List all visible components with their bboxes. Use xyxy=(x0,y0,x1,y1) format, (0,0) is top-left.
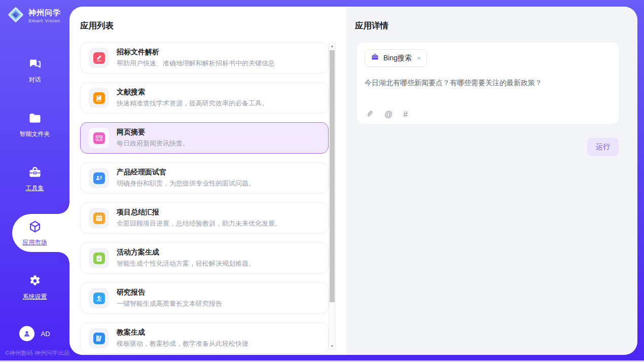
app-card[interactable]: 研究报告 一键智能生成高质量长文本研究报告 xyxy=(80,282,329,314)
scrollbar-thumb[interactable] xyxy=(330,50,335,302)
microscope-icon xyxy=(93,293,105,304)
window-icon xyxy=(93,132,105,144)
calendar-icon xyxy=(93,212,105,224)
app-card-description: 全面回顾项目进展，总结经验教训，助力未来优化发展。 xyxy=(117,219,281,228)
copyright-footer: ©神州数码·神州问学出品 xyxy=(5,349,69,357)
sidebar-item-chat[interactable]: 对话 xyxy=(0,43,69,97)
interview-icon xyxy=(93,172,105,184)
paperclip-icon[interactable] xyxy=(365,110,374,119)
mention-icon[interactable]: @ xyxy=(384,110,392,119)
app-logo: 神州问学 Smart Vision xyxy=(7,6,61,25)
sidebar-item-label: 系统设置 xyxy=(23,293,47,301)
app-card[interactable]: 网页摘要 每日政府新闻资讯快查。 xyxy=(80,122,329,154)
user-name: AD xyxy=(41,330,50,338)
app-card-title: 研究报告 xyxy=(117,288,222,297)
gear-icon xyxy=(28,274,42,288)
scroll-up-icon[interactable]: ▲ xyxy=(329,43,335,49)
avatar[interactable] xyxy=(19,326,34,341)
folder-icon xyxy=(28,111,42,125)
content-shell: 应用列表 招标文件解析 帮助用户快速、准确地理解和解析招标书中的关键信息 文献搜… xyxy=(69,7,637,355)
app-card-title: 产品经理面试官 xyxy=(117,168,255,177)
app-detail-panel: 应用详情 Bing搜索 × 今日湖北有哪些新闻要点？有哪些需要关注的最新政策？ … xyxy=(346,7,637,355)
tool-tag-label: Bing搜索 xyxy=(383,54,412,63)
sidebar-item-label: 对话 xyxy=(29,76,41,84)
book-icon xyxy=(93,92,105,104)
sidebar-nav: 对话 智能文件夹 工具集 应用市场 系统设置 xyxy=(0,43,69,314)
app-card[interactable]: 活动方案生成 智能生成个性化活动方案，轻松解决规划难题。 xyxy=(80,242,329,274)
user-row[interactable]: AD xyxy=(0,326,69,341)
app-card-title: 项目总结汇报 xyxy=(117,208,281,217)
app-list-scrollbar[interactable]: ▲ ▼ xyxy=(329,42,336,350)
clipboard-icon xyxy=(93,252,105,264)
composer-toolbar: @ # xyxy=(365,110,408,119)
app-card-description: 智能生成个性化活动方案，轻松解决规划难题。 xyxy=(117,259,255,268)
app-card-list: 招标文件解析 帮助用户快速、准确地理解和解析招标书中的关键信息 文献搜索 快速精… xyxy=(80,42,329,355)
prompt-card: Bing搜索 × 今日湖北有哪些新闻要点？有哪些需要关注的最新政策？ @ # xyxy=(356,42,620,125)
logo-diamond-icon xyxy=(7,6,24,25)
sidebar: 神州问学 Smart Vision 对话 智能文件夹 工具集 应用市场 系统设置… xyxy=(0,0,69,360)
cube-icon xyxy=(28,220,42,234)
app-card[interactable]: 教案生成 模板驱动，教案秒成，教学准备从此轻松快捷 xyxy=(80,322,329,354)
toolbox-icon xyxy=(28,165,42,179)
app-card-description: 一键智能生成高质量长文本研究报告 xyxy=(117,299,222,308)
app-card[interactable]: 项目总结汇报 全面回顾项目进展，总结经验教训，助力未来优化发展。 xyxy=(80,202,329,234)
run-button[interactable]: 运行 xyxy=(587,138,619,156)
chat-icon xyxy=(28,57,42,71)
sidebar-item-label: 智能文件夹 xyxy=(20,130,50,138)
app-card[interactable]: 产品经理面试官 明确身份和职责，为您提供专业性的面试问题。 xyxy=(80,162,329,194)
close-icon[interactable]: × xyxy=(417,54,421,62)
hash-icon[interactable]: # xyxy=(403,110,408,119)
app-card[interactable]: 文献搜索 快速精准查找学术资源，提高研究效率的必备工具。 xyxy=(80,82,329,114)
app-card-description: 模板驱动，教案秒成，教学准备从此轻松快捷 xyxy=(117,339,248,348)
app-list-title: 应用列表 xyxy=(80,20,114,31)
app-card-title: 教案生成 xyxy=(117,328,248,337)
briefcase-icon xyxy=(371,53,379,63)
sidebar-item-folder[interactable]: 智能文件夹 xyxy=(0,97,69,152)
query-input[interactable]: 今日湖北有哪些新闻要点？有哪些需要关注的最新政策？ xyxy=(365,78,611,88)
books-icon xyxy=(93,333,105,344)
app-card-title: 招标文件解析 xyxy=(117,48,275,57)
sidebar-item-label: 应用市场 xyxy=(23,238,47,247)
logo-title: 神州问学 xyxy=(28,8,61,18)
app-card-description: 快速精准查找学术资源，提高研究效率的必备工具。 xyxy=(117,99,268,108)
app-card-title: 活动方案生成 xyxy=(117,248,255,257)
sidebar-item-cube[interactable]: 应用市场 xyxy=(0,206,69,260)
sidebar-item-gear[interactable]: 系统设置 xyxy=(0,260,69,314)
app-card-title: 网页摘要 xyxy=(117,128,189,137)
app-list-panel: 应用列表 招标文件解析 帮助用户快速、准确地理解和解析招标书中的关键信息 文献搜… xyxy=(69,7,346,355)
pen-icon xyxy=(93,52,105,64)
app-card[interactable]: 招标文件解析 帮助用户快速、准确地理解和解析招标书中的关键信息 xyxy=(80,42,329,74)
scroll-down-icon[interactable]: ▼ xyxy=(329,343,335,349)
sidebar-item-toolbox[interactable]: 工具集 xyxy=(0,152,69,206)
app-card-description: 帮助用户快速、准确地理解和解析招标书中的关键信息 xyxy=(117,59,275,68)
app-card-description: 每日政府新闻资讯快查。 xyxy=(117,139,189,148)
logo-subtitle: Smart Vision xyxy=(28,18,61,23)
app-detail-title: 应用详情 xyxy=(355,20,388,31)
app-card-title: 文献搜索 xyxy=(117,88,268,97)
sidebar-item-label: 工具集 xyxy=(26,184,44,193)
app-card-description: 明确身份和职责，为您提供专业性的面试问题。 xyxy=(117,179,255,188)
tool-tag-bing[interactable]: Bing搜索 × xyxy=(365,49,427,67)
